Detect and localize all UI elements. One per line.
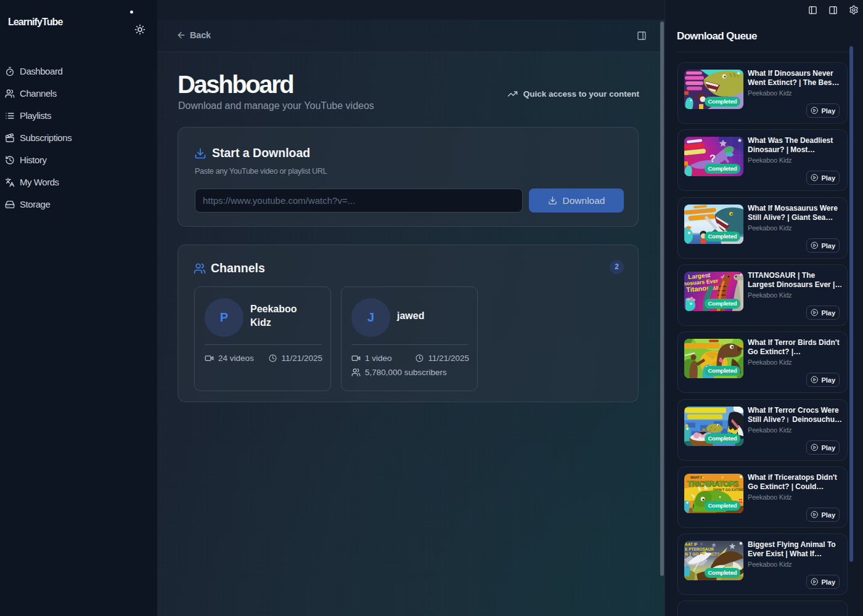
svg-text:WHAT IF: WHAT IF <box>690 476 703 479</box>
svg-text:?: ? <box>710 153 716 164</box>
svg-text:TRICERATOPS: TRICERATOPS <box>687 480 738 488</box>
svg-text:AAT IF: AAT IF <box>685 542 697 546</box>
svg-text:E PTEROSAUR: E PTEROSAUR <box>685 547 714 551</box>
